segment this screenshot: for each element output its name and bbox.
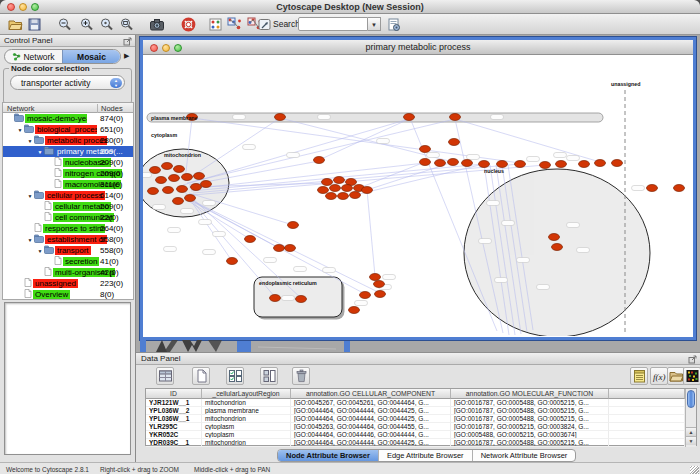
table-cell[interactable]: mitochondrion [202, 439, 291, 447]
network-node[interactable] [342, 185, 353, 192]
network-node[interactable] [540, 162, 551, 169]
table-cell[interactable]: YKR052C [146, 431, 202, 439]
network-node[interactable] [275, 114, 286, 121]
scroll-up-arrow[interactable]: ▲ [686, 427, 696, 436]
network-node[interactable] [162, 163, 173, 170]
snapshot-button[interactable] [148, 16, 166, 33]
zoom-selected-button[interactable] [97, 16, 115, 33]
table-cell[interactable]: [GO:0016787, GO:0005215, GO:0003824, G..… [451, 423, 609, 431]
network-node[interactable] [150, 167, 161, 174]
tree-row-multi-organism-pro[interactable]: multi-organism pro42(0) [3, 267, 133, 278]
network-node[interactable] [338, 193, 349, 200]
network-node[interactable] [285, 245, 296, 252]
network-node[interactable] [201, 181, 212, 188]
scrollbar-thumb[interactable] [687, 390, 695, 408]
tree-row-primary-metabo[interactable]: ▼primary metabo209(... [3, 146, 133, 157]
float-data-panel-icon[interactable] [688, 355, 697, 364]
tree-row-transport[interactable]: ▼transport558(0) [3, 245, 133, 256]
table-cell[interactable] [609, 407, 685, 415]
network-node[interactable] [374, 281, 385, 288]
network-node[interactable] [647, 185, 658, 192]
network-node[interactable] [245, 236, 256, 243]
network-node[interactable] [314, 157, 325, 164]
search-dropdown-arrow[interactable]: ▼ [368, 17, 381, 31]
expand-arrow-icon[interactable]: ▼ [26, 193, 34, 199]
column-header[interactable]: ID [146, 389, 202, 399]
table-row[interactable]: YKR052Ccytoplasm[GO:0044464, GO:0044446,… [146, 431, 685, 439]
tree-row-mosaic-demo-yeast[interactable]: mosaic-demo-yeast874(0) [3, 113, 133, 124]
table-cell[interactable]: [GO:0005488, GO:0005215, GO:0003674] [451, 431, 609, 439]
network-node[interactable] [612, 160, 623, 167]
table-cell[interactable]: [GO:0016787, GO:0005488, GO:0005215, G..… [451, 399, 609, 407]
network-node[interactable] [448, 159, 459, 166]
table-cell[interactable] [609, 399, 685, 407]
zoom-out-button[interactable] [55, 16, 73, 33]
maximize-button[interactable] [31, 3, 39, 11]
expand-arrow-icon[interactable]: ▼ [16, 127, 24, 133]
table-cell[interactable]: mitochondrion [202, 399, 291, 407]
network-canvas[interactable]: plasma membranecytoplasmmitochondrionnuc… [143, 55, 693, 336]
network-node[interactable] [296, 296, 307, 303]
delete-attribute-button[interactable] [292, 367, 310, 385]
table-cell[interactable]: [GO:0016787, GO:0005488, GO:0005215, G..… [451, 407, 609, 415]
expand-arrow-icon[interactable]: ▼ [36, 248, 44, 254]
table-cell[interactable] [609, 431, 685, 439]
network-node[interactable] [420, 146, 431, 153]
tree-row-biological-process[interactable]: ▼biological_process651(0) [3, 124, 133, 135]
network-node[interactable] [326, 193, 337, 200]
network-node[interactable] [163, 187, 174, 194]
table-cell[interactable]: YJR121W__1 [146, 399, 202, 407]
tab-overflow-arrow[interactable]: ▶ [124, 52, 129, 60]
network-node[interactable] [334, 177, 345, 184]
table-cell[interactable]: cytoplasm [202, 423, 291, 431]
network-node[interactable] [318, 187, 329, 194]
network-node[interactable] [435, 160, 446, 167]
network-node[interactable] [579, 161, 590, 168]
network-node[interactable] [174, 166, 185, 173]
tree-row-cell-communicat[interactable]: cell communicat22(0) [3, 212, 133, 223]
network-node[interactable] [497, 161, 508, 168]
table-cell[interactable]: [GO:0044464, GO:0044446, GO:0044444, G..… [291, 431, 451, 439]
tree-row-cellular-metabo[interactable]: cellular metabo209(0) [3, 201, 133, 212]
expand-arrow-icon[interactable]: ▼ [36, 149, 44, 155]
help-button[interactable] [179, 16, 197, 33]
network-overview-navigator[interactable] [4, 302, 131, 455]
table-row[interactable]: YPL036W__1mitochondrion[GO:0044464, GO:0… [146, 415, 685, 423]
network-node[interactable] [552, 244, 563, 251]
network-node[interactable] [349, 307, 360, 314]
table-cell[interactable]: YLR295C [146, 423, 202, 431]
open-session-button[interactable] [6, 16, 24, 33]
select-attributes-button[interactable] [226, 367, 244, 385]
network-node[interactable] [350, 192, 361, 199]
table-cell[interactable]: plasma membrane [202, 407, 291, 415]
network-node[interactable] [169, 175, 180, 182]
network-node[interactable] [375, 291, 386, 298]
table-cell[interactable]: YPL036W__1 [146, 415, 202, 423]
tree-row-establishment-of-lo[interactable]: ▼establishment of lo558(0) [3, 234, 133, 245]
network-window-minimize-button[interactable] [162, 44, 170, 52]
table-row[interactable]: YPL036W__2plasma membrane[GO:0044464, GO… [146, 407, 685, 415]
table-row[interactable]: YDR039C__1mitochondrion[GO:0044464, GO:0… [146, 439, 685, 447]
edit-network-button-1[interactable] [226, 16, 244, 33]
network-node[interactable] [479, 161, 490, 168]
tree-row-unassigned[interactable]: unassigned223(0) [3, 278, 133, 289]
zoom-in-button[interactable] [77, 16, 95, 33]
network-node[interactable] [274, 245, 285, 252]
network-node[interactable] [462, 160, 473, 167]
network-window-close-button[interactable] [150, 44, 158, 52]
tab-network[interactable]: Network [5, 50, 62, 63]
expand-arrow-icon[interactable]: ▼ [26, 237, 34, 243]
table-cell[interactable]: [GO:0016787, GO:0005488, GO:0005215, G..… [451, 415, 609, 423]
network-node[interactable] [191, 184, 202, 191]
expand-arrow-icon[interactable]: ▼ [26, 138, 34, 144]
table-cell[interactable] [609, 439, 685, 447]
tab-mosaic[interactable]: Mosaic [62, 50, 120, 63]
network-node[interactable] [227, 258, 238, 265]
scroll-down-arrow[interactable]: ▼ [686, 436, 696, 445]
tree-row-response-to-stimulu[interactable]: response to stimulu264(0) [3, 223, 133, 234]
network-node[interactable] [185, 195, 196, 202]
table-row[interactable]: YJR121W__1mitochondrion[GO:0045267, GO:0… [146, 399, 685, 407]
table-cell[interactable]: cytoplasm [202, 431, 291, 439]
node-color-dropdown[interactable]: transporter activity ▲▼ [10, 75, 125, 90]
tree-row-macromolecule[interactable]: macromolecule311(0) [3, 179, 133, 190]
